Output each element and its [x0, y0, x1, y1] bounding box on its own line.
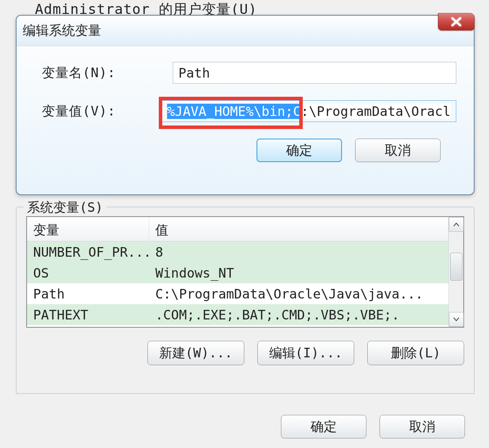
variable-value-input[interactable]: %JAVA_HOME%\bin;C:\ProgramData\Oracl [161, 100, 456, 122]
scroll-down-button[interactable] [449, 312, 464, 327]
variable-name-input[interactable] [173, 62, 456, 84]
scroll-thumb[interactable] [450, 253, 462, 281]
table-row[interactable]: PATHEXT.COM;.EXE;.BAT;.CMD;.VBS;.VBE;. [27, 304, 448, 325]
ok-button[interactable]: 确定 [256, 139, 342, 162]
system-variables-group: 系统变量(S) 变量 值 NUMBER_OF_PR...8OSWindows_N… [16, 207, 475, 394]
dialog-button-row: 确定 取消 [42, 139, 456, 162]
variable-value-row: 变量值(V): %JAVA_HOME%\bin;C:\ProgramData\O… [42, 100, 456, 122]
chevron-up-icon [453, 222, 459, 227]
parent-cancel-button[interactable]: 取消 [380, 415, 465, 438]
table-row[interactable]: OSWindows_NT [27, 262, 448, 283]
cell-variable: NUMBER_OF_PR... [27, 243, 149, 261]
parent-button-row: 确定 取消 [16, 415, 475, 438]
unselected-text-segment: :\ProgramData\Oracl [301, 104, 451, 119]
cell-variable: OS [27, 264, 149, 282]
dialog-title: 编辑系统变量 [23, 22, 101, 40]
system-variables-table: 变量 值 NUMBER_OF_PR...8OSWindows_NTPathC:\… [26, 216, 464, 328]
close-button[interactable] [438, 13, 475, 31]
vertical-scrollbar[interactable] [448, 217, 463, 327]
group-title: 系统变量(S) [24, 199, 106, 217]
variable-value-label: 变量值(V): [42, 102, 161, 120]
cell-value: C:\ProgramData\Oracle\Java\java... [149, 285, 448, 303]
variable-name-label: 变量名(N): [42, 64, 173, 82]
group-button-row: 新建(W)... 编辑(I)... 删除(L) [26, 341, 464, 365]
new-button[interactable]: 新建(W)... [147, 341, 244, 365]
table-row[interactable]: NUMBER_OF_PR...8 [27, 241, 448, 262]
dialog-titlebar[interactable]: 编辑系统变量 [17, 16, 474, 46]
dialog-body: 变量名(N): 变量值(V): %JAVA_HOME%\bin;C:\Progr… [17, 46, 474, 162]
close-icon [450, 17, 462, 27]
chevron-down-icon [453, 317, 459, 322]
variable-value-input-wrap: %JAVA_HOME%\bin;C:\ProgramData\Oracl [161, 100, 456, 122]
variable-name-row: 变量名(N): [42, 62, 456, 84]
edit-system-variable-dialog: 编辑系统变量 变量名(N): 变量值(V): %JAVA_HOME%\bin;C… [16, 15, 475, 195]
scroll-up-button[interactable] [449, 217, 464, 232]
edit-button[interactable]: 编辑(I)... [257, 341, 354, 365]
selected-text-segment: %JAVA_HOME%\bin;C [167, 104, 301, 119]
delete-button[interactable]: 删除(L) [367, 341, 464, 365]
cell-value: 8 [149, 243, 448, 261]
table-row[interactable]: PathC:\ProgramData\Oracle\Java\java... [27, 283, 448, 304]
parent-ok-button[interactable]: 确定 [281, 415, 366, 438]
column-header-value[interactable]: 值 [149, 217, 448, 241]
table-body: NUMBER_OF_PR...8OSWindows_NTPathC:\Progr… [27, 241, 448, 325]
cancel-button[interactable]: 取消 [355, 139, 441, 162]
cell-variable: Path [27, 285, 149, 303]
table-main: 变量 值 NUMBER_OF_PR...8OSWindows_NTPathC:\… [27, 217, 448, 327]
cell-value: Windows_NT [149, 264, 448, 282]
cell-value: .COM;.EXE;.BAT;.CMD;.VBS;.VBE;. [149, 305, 448, 324]
cell-variable: PATHEXT [27, 305, 149, 324]
column-header-variable[interactable]: 变量 [27, 217, 149, 241]
table-header: 变量 值 [27, 217, 448, 241]
